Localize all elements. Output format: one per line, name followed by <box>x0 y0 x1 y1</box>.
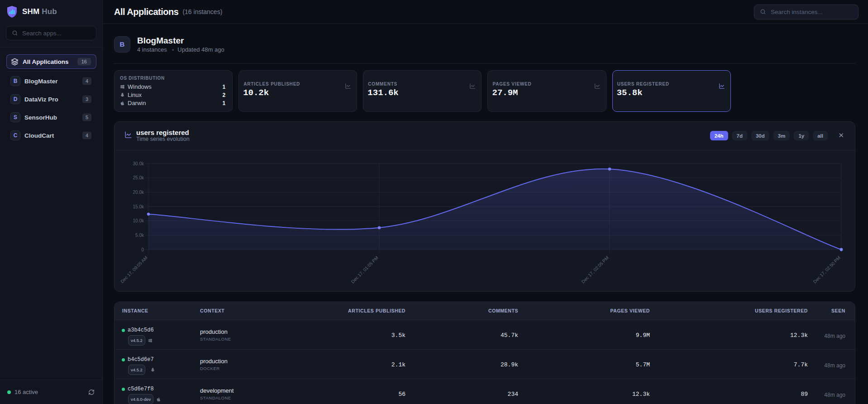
svg-text:25.0k: 25.0k <box>133 175 144 180</box>
svg-text:30.0k: 30.0k <box>133 161 144 166</box>
svg-text:5.0k: 5.0k <box>135 233 144 238</box>
svg-text:0: 0 <box>141 247 144 252</box>
svg-text:Dec 17, 01:05 PM: Dec 17, 01:05 PM <box>350 255 379 284</box>
svg-text:Dec 17, 02:05 PM: Dec 17, 02:05 PM <box>581 255 610 284</box>
svg-text:20.0k: 20.0k <box>133 190 144 195</box>
svg-text:Dec 17, 09:05 AM: Dec 17, 09:05 AM <box>119 255 148 284</box>
svg-text:Dec 17, 02:50 PM: Dec 17, 02:50 PM <box>812 255 841 284</box>
svg-text:15.0k: 15.0k <box>133 204 144 209</box>
svg-text:10.0k: 10.0k <box>133 218 144 223</box>
